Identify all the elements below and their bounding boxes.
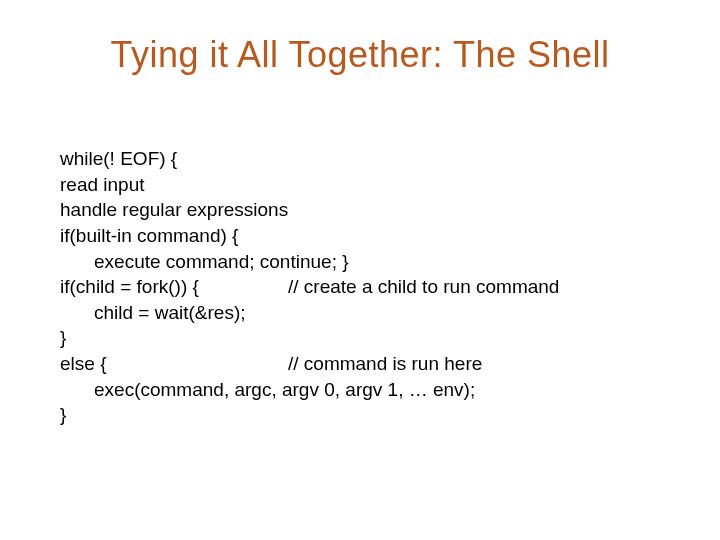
code-text: if(built-in command) { [60, 225, 238, 246]
code-line: if(built-in command) { [60, 223, 660, 249]
code-text: read input [60, 174, 145, 195]
code-comment: // command is run here [288, 353, 482, 374]
code-line: exec(command, argc, argv 0, argv 1, … en… [60, 377, 660, 403]
code-text: if(child = fork()) { [60, 276, 199, 297]
code-line: else {// command is run here [60, 351, 660, 377]
code-text: else { [60, 353, 106, 374]
code-line: if(child = fork()) {// create a child to… [60, 274, 660, 300]
code-line: handle regular expressions [60, 197, 660, 223]
code-text: } [60, 327, 66, 348]
code-line: read input [60, 172, 660, 198]
code-block: while(! EOF) { read input handle regular… [60, 146, 660, 428]
code-line: } [60, 325, 660, 351]
code-line: child = wait(&res); [60, 300, 660, 326]
code-comment: // create a child to run command [288, 276, 559, 297]
code-text: handle regular expressions [60, 199, 288, 220]
code-text: } [60, 404, 66, 425]
code-text: exec(command, argc, argv 0, argv 1, … en… [94, 379, 475, 400]
code-line: execute command; continue; } [60, 249, 660, 275]
code-text: child = wait(&res); [94, 302, 246, 323]
code-text: while(! EOF) { [60, 148, 177, 169]
code-text: execute command; continue; } [94, 251, 349, 272]
slide: Tying it All Together: The Shell while(!… [0, 0, 720, 540]
code-line: } [60, 402, 660, 428]
code-line: while(! EOF) { [60, 146, 660, 172]
slide-title: Tying it All Together: The Shell [0, 34, 720, 76]
